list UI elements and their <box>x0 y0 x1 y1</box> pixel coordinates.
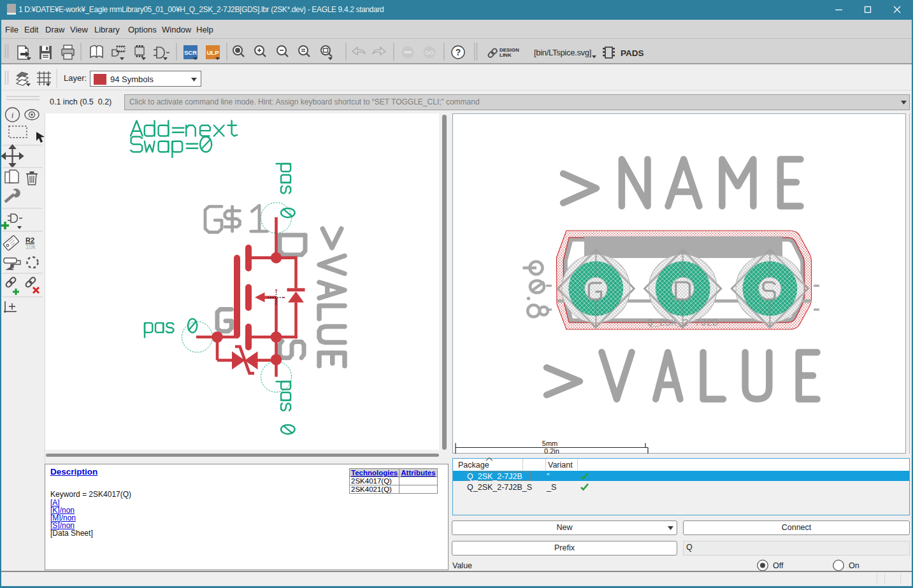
svg-text:i: i <box>11 110 14 120</box>
svg-text:PADS: PADS <box>621 48 644 58</box>
svg-text:SCR: SCR <box>184 49 197 56</box>
svg-text:LINK: LINK <box>500 52 512 58</box>
svg-text:0.2in: 0.2in <box>544 447 559 454</box>
svg-text:Q_2SK_2-7J2B: Q_2SK_2-7J2B <box>647 318 718 329</box>
svg-text:[bin/LTspice.svg]: [bin/LTspice.svg] <box>534 48 591 57</box>
svg-text:5mm: 5mm <box>542 440 557 447</box>
svg-text:10k: 10k <box>25 243 36 250</box>
svg-text:GO: GO <box>425 50 434 56</box>
svg-text:ULP: ULP <box>207 49 220 56</box>
svg-text:?: ? <box>456 47 461 57</box>
